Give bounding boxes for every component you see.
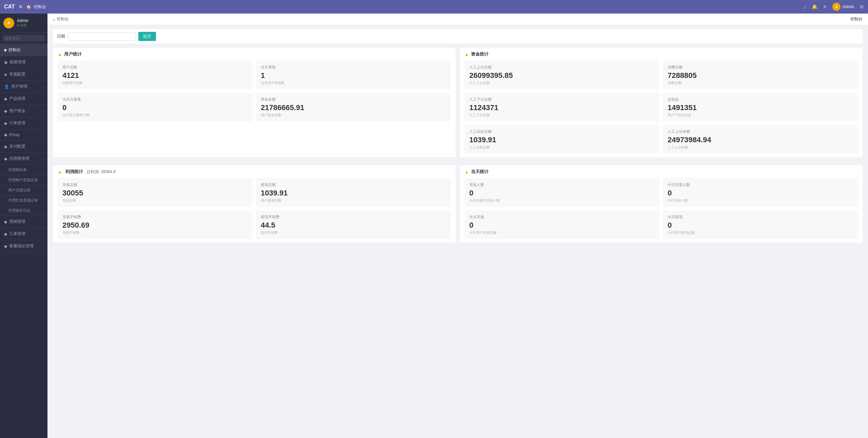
user-stats-title: ▲ 用户统计 bbox=[58, 51, 451, 57]
sidebar-item-flow-mgmt[interactable]: ◆ 工单管理 bbox=[0, 228, 47, 240]
breadcrumb-home-icon: ⌂ bbox=[53, 17, 55, 22]
home-icon[interactable]: ⌂ bbox=[804, 4, 806, 9]
sidebar-item-marketing[interactable]: ◆ 营销管理 › bbox=[0, 216, 47, 228]
stat-card-today-login: 当天登陆 1 当天用户登陆数 bbox=[256, 61, 451, 89]
sidebar-item-label: Proxy bbox=[9, 132, 20, 137]
stat-card-manual-up-balance: 人工上分余额 24973984.94 人工上分余额 bbox=[663, 125, 858, 154]
sidebar-sub-item-agent-list[interactable]: 代理商列表 bbox=[0, 165, 47, 175]
topbar-right: ⌂ 🔔 ✕ A Admin ⚙ bbox=[804, 3, 864, 11]
chevron-icon: › bbox=[42, 72, 43, 76]
sidebar-item-user-mgmt[interactable]: 👤 用户管理 › bbox=[0, 81, 47, 93]
sidebar-item-agent-mgmt[interactable]: ◆ 代理商管理 › bbox=[0, 153, 47, 165]
nav-label[interactable]: 控制台 bbox=[34, 4, 46, 10]
stat-card-total-users: 用户总数 4121 当前用户总数 bbox=[58, 61, 253, 89]
sidebar-sub-item-agent-ops-log[interactable]: 代理操作日志 bbox=[0, 206, 47, 216]
section-title-label: 用户统计 bbox=[64, 51, 82, 57]
stat-sublabel: 今日用户提现总额 bbox=[668, 230, 853, 235]
user-menu[interactable]: A Admin bbox=[832, 3, 854, 11]
date-input[interactable] bbox=[68, 33, 136, 41]
stat-value: 0 bbox=[469, 221, 655, 230]
sidebar-item-common-config[interactable]: ◈ 常规配置 › bbox=[0, 68, 47, 81]
stat-sublabel: 充值总额 bbox=[62, 198, 248, 203]
stat-label: 资金余额 bbox=[261, 97, 446, 102]
stat-sublabel: 人工上分余额 bbox=[668, 145, 853, 150]
close-icon[interactable]: ✕ bbox=[823, 4, 827, 9]
sidebar-sub-item-user-recharge[interactable]: 用户充值记录 bbox=[0, 185, 47, 195]
user-stats-grid: 用户总数 4121 当前用户总数 当天登陆 1 当天用户登陆数 当天注册量 0 bbox=[58, 61, 451, 122]
stat-card-today-reg: 当天注册量 0 当天新注册用户数 bbox=[58, 93, 253, 122]
marketing-icon: ◆ bbox=[4, 220, 7, 224]
sidebar-item-order-mgmt[interactable]: ◆ 订单管理 › bbox=[0, 117, 47, 129]
stat-sublabel: 当天新注册用户数 bbox=[62, 113, 248, 118]
sidebar-sub-item-agent-recharge[interactable]: 代理商户充值记录 bbox=[0, 175, 47, 185]
user-stats-section: ▲ 用户统计 用户总数 4121 当前用户总数 当天登陆 1 当天用户登陆数 bbox=[53, 48, 456, 157]
menu-icon[interactable]: ≡ bbox=[19, 4, 22, 10]
topbar-nav: 🏠 控制台 bbox=[26, 4, 46, 10]
agent-icon: ◆ bbox=[4, 157, 7, 161]
stat-value: 0 bbox=[62, 103, 248, 112]
chevron-icon: › bbox=[42, 220, 43, 224]
stat-sublabel: 用户提现总额 bbox=[261, 198, 446, 203]
stat-label: 今日提现 bbox=[668, 214, 853, 220]
stat-card-withdraw-fee: 提现手续费 44.5 提现手续费 bbox=[256, 210, 451, 239]
stat-card-recharge-fee: 充值手续费 2950.69 充值手续费 bbox=[58, 210, 253, 239]
stat-value: 21786665.91 bbox=[261, 103, 446, 112]
stat-label: 人工上分总额 bbox=[469, 65, 655, 70]
sidebar-item-label: 支付配置 bbox=[9, 144, 25, 149]
sidebar-item-payment-config[interactable]: ◆ 支付配置 bbox=[0, 141, 47, 153]
stat-card-total-income: 总收益 1491351 用户产品总收益 bbox=[663, 93, 858, 122]
config-icon: ◈ bbox=[4, 72, 7, 77]
bell-icon[interactable]: 🔔 bbox=[812, 4, 817, 9]
stat-value: 26099395.85 bbox=[469, 71, 655, 80]
stat-sublabel: 今日充值人数 bbox=[668, 198, 853, 203]
sidebar-sub-item-user-refund[interactable]: 代理红包充值记录 bbox=[0, 195, 47, 206]
topbar-left: CAT ≡ 🏠 控制台 bbox=[4, 4, 46, 10]
sidebar-user-info: Admin ● 在线 bbox=[17, 18, 28, 28]
search-input[interactable] bbox=[3, 35, 45, 42]
stat-value: 1124371 bbox=[469, 103, 655, 112]
user-avatar: A bbox=[832, 3, 841, 11]
home-nav-icon[interactable]: 🏠 bbox=[26, 4, 31, 9]
layout: A Admin ● 在线 ■ 控制台 ◉ 权限管理 › ◈ bbox=[0, 14, 868, 438]
stat-label: 充值人数 bbox=[469, 182, 655, 187]
stat-card-withdraw-total: 提现总额 1039.91 用户提现总额 bbox=[256, 178, 451, 207]
funds-stats-section: ▲ 资金统计 人工上分总额 26099395.85 人工上分总额 消费总额 72… bbox=[460, 48, 863, 157]
chevron-icon: › bbox=[42, 85, 43, 88]
sidebar-item-label: 营销管理 bbox=[9, 219, 25, 225]
sidebar-item-site-mgmt[interactable]: ◆ 客服地址管理 bbox=[0, 240, 47, 252]
stat-label: 用户总数 bbox=[62, 65, 248, 70]
sidebar-item-label: 客服地址管理 bbox=[9, 243, 34, 249]
chevron-icon: › bbox=[42, 157, 43, 161]
profit-stats-title: ▲ 利润统计 总利润: 26064.4 bbox=[58, 169, 451, 175]
today-stats-grid: 充值人数 0 今日注册并充值人数 今日充值人数 0 今日充值人数 今日充值 0 bbox=[465, 178, 858, 239]
stat-value: 1491351 bbox=[668, 103, 853, 112]
order-icon: ◆ bbox=[4, 121, 7, 126]
stat-value: 0 bbox=[668, 189, 853, 197]
stat-label: 今日充值人数 bbox=[668, 182, 853, 187]
sidebar-item-proxy[interactable]: ◆ Proxy › bbox=[0, 129, 47, 141]
stat-label: 提现总额 bbox=[261, 182, 446, 187]
sidebar-item-dashboard[interactable]: ■ 控制台 bbox=[0, 44, 47, 56]
sidebar-item-label: 代理商管理 bbox=[9, 156, 29, 162]
sidebar-item-label: 产品管理 bbox=[9, 96, 25, 102]
main: ⌂ 控制台 控制台 日期 提交 ▲ 用户统计 bbox=[47, 14, 868, 438]
sidebar-item-user-funds[interactable]: ◆ 用户资金 › bbox=[0, 105, 47, 117]
user-icon: 👤 bbox=[4, 84, 9, 89]
sidebar-item-label: 订单管理 bbox=[9, 120, 25, 126]
stat-sublabel: 人工下分总额 bbox=[469, 113, 655, 118]
stat-value: 1039.91 bbox=[469, 135, 655, 144]
top-sections: ▲ 用户统计 用户总数 4121 当前用户总数 当天登陆 1 当天用户登陆数 bbox=[53, 48, 863, 161]
sidebar: A Admin ● 在线 ■ 控制台 ◉ 权限管理 › ◈ bbox=[0, 14, 47, 438]
stat-label: 今日充值 bbox=[469, 214, 655, 220]
chevron-icon: › bbox=[42, 109, 43, 113]
sidebar-user: A Admin ● 在线 bbox=[0, 14, 47, 33]
submit-button[interactable]: 提交 bbox=[138, 32, 156, 41]
sidebar-item-product-mgmt[interactable]: ◆ 产品管理 bbox=[0, 93, 47, 105]
sidebar-avatar: A bbox=[3, 18, 14, 28]
settings-icon[interactable]: ⚙ bbox=[860, 4, 864, 9]
app-title: CAT bbox=[4, 4, 15, 10]
warn-icon: ▲ bbox=[58, 169, 62, 174]
stat-card-balance: 资金余额 21786665.91 用户资金余额 bbox=[256, 93, 451, 122]
stat-label: 人工下分总额 bbox=[469, 97, 655, 102]
sidebar-item-permissions[interactable]: ◉ 权限管理 › bbox=[0, 56, 47, 68]
